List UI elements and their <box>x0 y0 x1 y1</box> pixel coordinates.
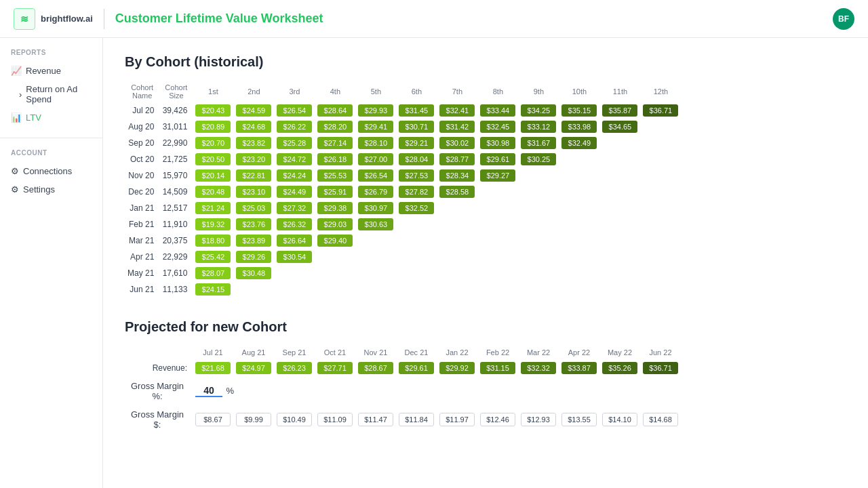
cohort-value-cell: $29.93 <box>355 102 396 119</box>
table-row: Dec 2014,509$20.48$23.10$24.49$25.91$26.… <box>125 184 681 200</box>
sidebar-item-label: Return on Ad Spend <box>26 84 92 104</box>
gm-dollar-value-cell: $12.46 <box>477 405 518 434</box>
sidebar-item-connections[interactable]: ⚙ Connections <box>0 162 102 180</box>
gm-dollar-value-cell: $12.93 <box>518 405 559 434</box>
proj-col-dec21: Dec 21 <box>396 346 437 359</box>
cohort-value-cell <box>437 281 477 298</box>
col-1st: 1st <box>193 81 233 102</box>
cohort-value-cell <box>599 216 640 232</box>
cohort-value-cell: $24.59 <box>233 102 274 119</box>
cohort-value-cell <box>518 249 559 265</box>
sidebar-item-ltv[interactable]: 📊 LTV <box>0 108 102 127</box>
col-11th: 11th <box>599 81 640 102</box>
cohort-value-cell <box>518 167 559 184</box>
cohort-value-cell: $33.98 <box>559 119 599 135</box>
cohort-value-cell: $30.54 <box>274 249 315 265</box>
gm-dollar-value-cell: $13.55 <box>559 405 599 434</box>
cohort-value-cell: $31.67 <box>518 135 559 151</box>
gross-margin-dollar-row: Gross Margin $:$8.67$9.99$10.49$11.09$11… <box>125 405 681 434</box>
cohort-value-cell: $26.32 <box>274 216 315 232</box>
layout: REPORTS 📈 Revenue › Return on Ad Spend 📊… <box>0 38 868 488</box>
sidebar-item-settings[interactable]: ⚙ Settings <box>0 180 102 199</box>
gm-dollar-value-cell: $14.10 <box>599 405 640 434</box>
proj-col-mar22: Mar 22 <box>518 346 559 359</box>
cohort-value-cell <box>315 281 355 298</box>
cohort-value-cell: $35.15 <box>559 102 599 119</box>
table-row: Jul 2039,426$20.43$24.59$26.54$28.64$29.… <box>125 102 681 119</box>
cohort-value-cell: $20.48 <box>193 184 233 200</box>
cohort-size-cell: 22,990 <box>159 135 193 151</box>
sidebar-item-roas[interactable]: › Return on Ad Spend <box>0 80 102 108</box>
cohort-value-cell: $30.97 <box>355 200 396 216</box>
gm-dollar-value-cell: $8.67 <box>193 405 233 434</box>
projected-table: Jul 21 Aug 21 Sep 21 Oct 21 Nov 21 Dec 2… <box>125 346 681 434</box>
cohort-value-cell <box>477 265 518 281</box>
cohort-value-cell: $30.48 <box>233 265 274 281</box>
cohort-value-cell: $31.42 <box>437 119 477 135</box>
col-5th: 5th <box>355 81 396 102</box>
revenue-value-cell: $26.23 <box>274 359 315 377</box>
cohort-size-cell: 11,133 <box>159 281 193 298</box>
col-cohort-size: CohortSize <box>159 81 193 102</box>
cohort-value-cell: $23.89 <box>233 232 274 249</box>
proj-col-may22: May 22 <box>599 346 640 359</box>
cohort-value-cell: $30.02 <box>437 135 477 151</box>
cohort-value-cell <box>599 135 640 151</box>
revenue-value-cell: $32.32 <box>518 359 559 377</box>
chart2-icon: 📊 <box>11 113 22 123</box>
proj-empty-header <box>125 346 193 359</box>
table-row: Oct 2021,725$20.50$23.20$24.72$26.18$27.… <box>125 151 681 167</box>
cohort-value-cell <box>640 216 681 232</box>
proj-col-feb22: Feb 22 <box>477 346 518 359</box>
cohort-name-cell: Oct 20 <box>125 151 159 167</box>
cohort-value-cell: $21.24 <box>193 200 233 216</box>
col-12th: 12th <box>640 81 681 102</box>
cohort-value-cell: $34.65 <box>599 119 640 135</box>
revenue-value-cell: $36.71 <box>640 359 681 377</box>
cohort-value-cell <box>559 216 599 232</box>
cohort-value-cell <box>518 200 559 216</box>
revenue-row: Revenue:$21.68$24.97$26.23$27.71$28.67$2… <box>125 359 681 377</box>
cohort-value-cell: $30.71 <box>396 119 437 135</box>
cohort-value-cell <box>599 167 640 184</box>
cohort-value-cell <box>437 265 477 281</box>
cohort-value-cell: $26.54 <box>355 167 396 184</box>
cohort-value-cell <box>437 200 477 216</box>
sidebar-item-revenue[interactable]: 📈 Revenue <box>0 62 102 80</box>
gm-dollar-value-cell: $11.09 <box>315 405 355 434</box>
cohort-value-cell <box>559 167 599 184</box>
gm-pct-input[interactable] <box>195 385 222 397</box>
cohort-size-cell: 22,929 <box>159 249 193 265</box>
cohort-value-cell: $28.34 <box>437 167 477 184</box>
cohort-value-cell <box>315 265 355 281</box>
app-title: Customer Lifetime Value Worksheet <box>115 12 323 26</box>
gm-dollar-value-cell: $14.68 <box>640 405 681 434</box>
sidebar-item-label: Settings <box>23 184 55 195</box>
cohort-value-cell: $32.52 <box>396 200 437 216</box>
cohort-value-cell: $32.49 <box>559 135 599 151</box>
col-cohort-name: CohortName <box>125 81 159 102</box>
cohort-value-cell: $29.61 <box>477 151 518 167</box>
cohort-size-cell: 11,910 <box>159 216 193 232</box>
cohort-value-cell: $31.45 <box>396 102 437 119</box>
cohort-value-cell: $33.44 <box>477 102 518 119</box>
cohort-value-cell: $22.81 <box>233 167 274 184</box>
table-row: Sep 2022,990$20.70$23.82$25.28$27.14$28.… <box>125 135 681 151</box>
col-10th: 10th <box>559 81 599 102</box>
cohort-value-cell: $29.21 <box>396 135 437 151</box>
logo-area: ≋ brightflow.ai <box>14 8 93 30</box>
cohort-value-cell <box>640 184 681 200</box>
cohort-value-cell: $24.24 <box>274 167 315 184</box>
cohort-value-cell <box>640 281 681 298</box>
cohort-size-cell: 14,509 <box>159 184 193 200</box>
cohort-value-cell: $20.70 <box>193 135 233 151</box>
cohort-value-cell <box>477 216 518 232</box>
cohort-value-cell <box>599 151 640 167</box>
cohort-value-cell: $20.89 <box>193 119 233 135</box>
col-3rd: 3rd <box>274 81 315 102</box>
gm-pct-label: Gross Margin %: <box>125 377 193 405</box>
cohort-value-cell: $28.58 <box>437 184 477 200</box>
cohort-value-cell <box>396 265 437 281</box>
cohort-size-cell: 39,426 <box>159 102 193 119</box>
cohort-value-cell <box>355 249 396 265</box>
